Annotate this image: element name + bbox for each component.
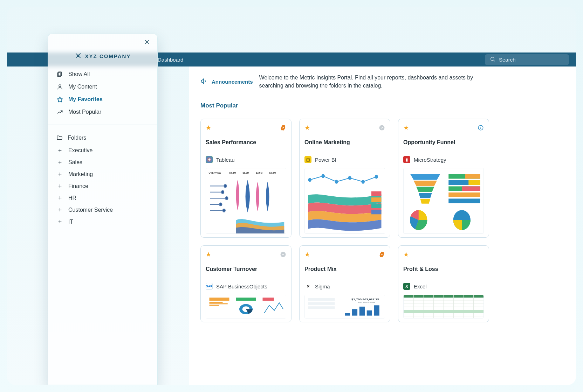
- plus-icon: +: [56, 219, 63, 225]
- card-title: Product Mix: [304, 266, 385, 272]
- plus-icon: +: [56, 207, 63, 213]
- svg-text:$2.3M: $2.3M: [269, 172, 276, 175]
- folder-it[interactable]: + IT: [55, 216, 150, 228]
- announcements-text: Welcome to the Metric Insights Portal. F…: [259, 74, 476, 90]
- card-source: SAP SAP BusinessObjects: [206, 283, 286, 290]
- card-thumbnail: [304, 168, 385, 234]
- svg-rect-45: [448, 192, 480, 197]
- svg-rect-46: [448, 199, 480, 203]
- svg-rect-27: [371, 198, 382, 202]
- excel-icon: X: [403, 283, 410, 290]
- svg-marker-35: [414, 181, 437, 186]
- search-input[interactable]: Search: [485, 54, 569, 65]
- svg-text:$1,700,963,637.75: $1,700,963,637.75: [351, 298, 379, 301]
- folder-marketing[interactable]: + Marketing: [55, 168, 150, 180]
- documents-icon: [56, 71, 63, 77]
- sidebar-item-my-favorites[interactable]: My Favorites: [55, 93, 150, 106]
- search-icon: [490, 56, 495, 63]
- card-online-marketing[interactable]: ★ Online Marketing ◳ Power BI: [299, 119, 390, 238]
- card-title: Online Marketing: [304, 139, 385, 146]
- svg-text:$2.6M: $2.6M: [256, 172, 262, 175]
- pending-badge-icon: [379, 125, 385, 131]
- svg-rect-58: [263, 298, 274, 301]
- sigma-icon: ✕: [304, 283, 311, 290]
- folder-finance[interactable]: + Finance: [55, 180, 150, 192]
- card-thumbnail: OVERVIEW $5.3M $5.3M $2.6M $2.3M: [206, 168, 286, 234]
- card-source: ▮ MicroStrategy: [403, 156, 484, 163]
- search-placeholder: Search: [499, 57, 516, 63]
- svg-marker-92: [57, 97, 63, 102]
- card-thumbnail: [403, 295, 484, 318]
- svg-point-9: [224, 184, 227, 188]
- folder-customer-service[interactable]: + Customer Service: [55, 204, 150, 216]
- svg-point-23: [348, 176, 352, 180]
- sidebar-item-most-popular[interactable]: Most Popular: [55, 106, 150, 118]
- user-icon: [56, 84, 63, 90]
- plus-icon: +: [56, 159, 63, 166]
- folder-executive[interactable]: + Executive: [55, 145, 150, 156]
- star-icon[interactable]: ★: [206, 251, 211, 258]
- svg-text:OVERVIEW: OVERVIEW: [209, 172, 221, 175]
- card-title: Customer Turnover: [206, 266, 286, 272]
- card-opportunity-funnel[interactable]: ★ Opportunity Funnel ▮ MicroStrategy: [398, 119, 489, 238]
- svg-rect-85: [404, 310, 483, 313]
- sidebar-item-show-all[interactable]: Show All: [55, 68, 150, 80]
- brand-logo: XYZ COMPANY: [48, 52, 157, 60]
- svg-rect-55: [236, 298, 256, 301]
- svg-point-11: [221, 191, 224, 194]
- star-icon[interactable]: ★: [403, 124, 409, 132]
- card-source: ✕ Sigma: [304, 283, 385, 290]
- card-product-mix[interactable]: ★ Product Mix ✕ Sigma $1,700,963,637.75 …: [299, 245, 390, 322]
- star-outline-icon: [56, 96, 63, 103]
- card-thumbnail: $1,700,963,637.75 Total Sales Amount: [304, 295, 385, 318]
- svg-rect-66: [374, 306, 379, 316]
- folder-hr[interactable]: + HR: [55, 192, 150, 204]
- svg-text:Total Sales Amount: Total Sales Amount: [358, 302, 375, 304]
- info-badge-icon: [478, 125, 484, 131]
- app-frame: Dashboard Search Announcements Welcome t…: [7, 7, 576, 385]
- svg-rect-28: [371, 204, 382, 208]
- sap-icon: SAP: [206, 283, 213, 290]
- svg-rect-54: [210, 305, 220, 306]
- svg-rect-68: [308, 302, 335, 305]
- sidebar-nav-primary: Show All My Content My Favorites Most Po…: [48, 68, 157, 125]
- microstrategy-icon: ▮: [403, 156, 410, 163]
- card-sales-performance[interactable]: ★ Sales Performance ✦ Tableau OVERVIEW $…: [200, 119, 292, 238]
- star-icon[interactable]: ★: [304, 124, 310, 132]
- plus-icon: +: [56, 195, 63, 201]
- svg-point-24: [362, 180, 365, 184]
- plus-icon: +: [56, 183, 63, 189]
- close-button[interactable]: [144, 39, 152, 47]
- card-source: ◳ Power BI: [304, 156, 385, 163]
- verified-badge-icon: [280, 125, 286, 131]
- star-icon[interactable]: ★: [403, 251, 409, 258]
- megaphone-icon: [200, 78, 207, 86]
- svg-rect-40: [465, 174, 480, 179]
- plus-icon: +: [56, 147, 63, 154]
- card-customer-turnover[interactable]: ★ Customer Turnover SAP SAP BusinessObje…: [200, 245, 292, 322]
- pending-badge-icon: [280, 251, 286, 258]
- svg-rect-63: [352, 309, 357, 316]
- card-profit-loss[interactable]: ★ Profit & Loss X Excel: [398, 245, 489, 322]
- folder-sales[interactable]: + Sales: [55, 156, 150, 168]
- folders-header[interactable]: Folders: [55, 131, 150, 145]
- svg-point-15: [219, 203, 222, 206]
- svg-rect-67: [308, 298, 335, 301]
- svg-rect-52: [210, 302, 223, 303]
- announcements-label: Announcements: [200, 78, 253, 86]
- page-title: Dashboard: [158, 57, 183, 63]
- svg-point-91: [59, 85, 61, 87]
- svg-point-13: [225, 197, 228, 200]
- sidebar-panel: XYZ COMPANY Show All My Content My Favor…: [48, 34, 158, 385]
- tableau-icon: ✦: [206, 156, 213, 163]
- no-badge: [478, 251, 484, 258]
- svg-point-17: [223, 209, 226, 212]
- svg-marker-38: [420, 199, 431, 204]
- main-content: Announcements Welcome to the Metric Insi…: [189, 66, 576, 385]
- verified-badge-icon: [379, 251, 385, 258]
- star-icon[interactable]: ★: [206, 124, 211, 132]
- star-icon[interactable]: ★: [304, 251, 310, 258]
- svg-rect-29: [371, 210, 382, 215]
- sidebar-item-my-content[interactable]: My Content: [55, 80, 150, 93]
- svg-rect-62: [345, 313, 350, 316]
